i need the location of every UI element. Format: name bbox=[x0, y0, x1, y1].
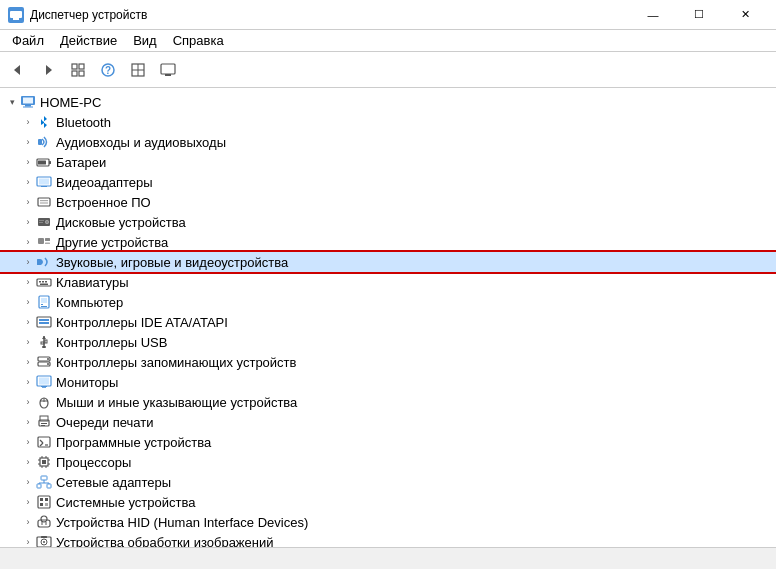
tree-item-computer[interactable]: › Компьютер bbox=[0, 292, 776, 312]
audio-expand-icon: › bbox=[20, 134, 36, 150]
tree-item-printer[interactable]: › Очереди печати bbox=[0, 412, 776, 432]
svg-marker-4 bbox=[46, 65, 52, 75]
svg-rect-43 bbox=[45, 281, 47, 283]
back-icon bbox=[10, 62, 26, 78]
menu-view[interactable]: Вид bbox=[125, 31, 165, 50]
close-button[interactable]: ✕ bbox=[722, 0, 768, 30]
mouse-icon bbox=[36, 394, 52, 410]
menu-action[interactable]: Действие bbox=[52, 31, 125, 50]
svg-rect-87 bbox=[37, 484, 41, 488]
program-icon bbox=[36, 434, 52, 450]
forward-icon bbox=[40, 62, 56, 78]
storage-icon bbox=[36, 354, 52, 370]
toolbar-forward-button[interactable] bbox=[34, 56, 62, 84]
tree-item-imaging[interactable]: › Устройства обработки изображений bbox=[0, 532, 776, 547]
tree-item-keyboard[interactable]: › Клавиатуры bbox=[0, 272, 776, 292]
tree-item-network[interactable]: › Сетевые адаптеры bbox=[0, 472, 776, 492]
builtin-icon bbox=[36, 194, 52, 210]
bluetooth-label: Bluetooth bbox=[56, 115, 111, 130]
svg-rect-8 bbox=[79, 71, 84, 76]
toolbar-grid-button[interactable] bbox=[64, 56, 92, 84]
printer-label: Очереди печати bbox=[56, 415, 154, 430]
menu-help[interactable]: Справка bbox=[165, 31, 232, 50]
svg-point-59 bbox=[47, 358, 49, 360]
tree-item-hid[interactable]: › Устройства HID (Human Interface Device… bbox=[0, 512, 776, 532]
sysdev-label: Системные устройства bbox=[56, 495, 195, 510]
status-bar bbox=[0, 547, 776, 569]
mouse-label: Мыши и иные указывающие устройства bbox=[56, 395, 297, 410]
toolbar-help-button[interactable]: ? bbox=[94, 56, 122, 84]
svg-rect-34 bbox=[39, 220, 44, 221]
hid-icon bbox=[36, 514, 52, 530]
svg-rect-7 bbox=[72, 71, 77, 76]
computer2-icon bbox=[36, 294, 52, 310]
audio-icon bbox=[36, 134, 52, 150]
tree-item-disk[interactable]: › Дисковые устройства bbox=[0, 212, 776, 232]
tree-item-bluetooth[interactable]: › Bluetooth bbox=[0, 112, 776, 132]
tree-item-other[interactable]: › Другие устройства bbox=[0, 232, 776, 252]
svg-rect-19 bbox=[23, 107, 33, 108]
svg-rect-22 bbox=[38, 161, 46, 165]
keyboard-icon bbox=[36, 274, 52, 290]
sysdev-expand-icon: › bbox=[20, 494, 36, 510]
menu-bar: Файл Действие Вид Справка bbox=[0, 30, 776, 52]
svg-rect-55 bbox=[45, 340, 47, 343]
device-tree[interactable]: ▾ HOME-PC › Bluetooth › bbox=[0, 88, 776, 547]
sound-label: Звуковые, игровые и видеоустройства bbox=[56, 255, 288, 270]
toolbar-monitor-button[interactable] bbox=[154, 56, 182, 84]
monitor-icon bbox=[160, 62, 176, 78]
monitor-expand-icon: › bbox=[20, 374, 36, 390]
maximize-button[interactable]: ☐ bbox=[676, 0, 722, 30]
svg-rect-38 bbox=[45, 243, 50, 245]
battery-expand-icon: › bbox=[20, 154, 36, 170]
svg-rect-2 bbox=[13, 18, 19, 20]
tree-root[interactable]: ▾ HOME-PC bbox=[0, 92, 776, 112]
disk-icon bbox=[36, 214, 52, 230]
root-label: HOME-PC bbox=[40, 95, 101, 110]
svg-point-60 bbox=[47, 363, 49, 365]
monitor-label: Мониторы bbox=[56, 375, 118, 390]
toolbar: ? bbox=[0, 52, 776, 88]
tree-item-mouse[interactable]: › Мыши и иные указывающие устройства bbox=[0, 392, 776, 412]
network-label: Сетевые адаптеры bbox=[56, 475, 171, 490]
computer-icon bbox=[20, 94, 36, 110]
svg-rect-35 bbox=[39, 222, 43, 223]
tree-item-builtin[interactable]: › Встроенное ПО bbox=[0, 192, 776, 212]
menu-file[interactable]: Файл bbox=[4, 31, 52, 50]
usb-icon bbox=[36, 334, 52, 350]
svg-rect-62 bbox=[39, 378, 49, 385]
tree-item-display[interactable]: › Видеоадаптеры bbox=[0, 172, 776, 192]
cpu-icon bbox=[36, 454, 52, 470]
tree-item-battery[interactable]: › Батареи bbox=[0, 152, 776, 172]
battery-label: Батареи bbox=[56, 155, 106, 170]
imaging-label: Устройства обработки изображений bbox=[56, 535, 274, 548]
grid-icon bbox=[70, 62, 86, 78]
svg-rect-105 bbox=[41, 536, 47, 538]
program-expand-icon: › bbox=[20, 434, 36, 450]
cpu-label: Процессоры bbox=[56, 455, 131, 470]
usb-expand-icon: › bbox=[20, 334, 36, 350]
svg-rect-36 bbox=[38, 238, 44, 244]
svg-rect-47 bbox=[41, 304, 43, 305]
tree-item-storage[interactable]: › Контроллеры запоминающих устройств bbox=[0, 352, 776, 372]
tree-item-sysdev[interactable]: › Системные устройства bbox=[0, 492, 776, 512]
svg-rect-56 bbox=[42, 346, 46, 348]
tree-item-monitor[interactable]: › Мониторы bbox=[0, 372, 776, 392]
svg-rect-46 bbox=[41, 298, 47, 303]
tree-item-audio[interactable]: › Аудиовходы и аудиовыходы bbox=[0, 132, 776, 152]
toolbar-scan-button[interactable] bbox=[124, 56, 152, 84]
tree-item-program[interactable]: › Программные устройства bbox=[0, 432, 776, 452]
svg-rect-71 bbox=[41, 425, 45, 426]
svg-rect-42 bbox=[42, 281, 44, 283]
tree-item-cpu[interactable]: › Процессоры bbox=[0, 452, 776, 472]
storage-label: Контроллеры запоминающих устройств bbox=[56, 355, 296, 370]
minimize-button[interactable]: — bbox=[630, 0, 676, 30]
imaging-icon bbox=[36, 534, 52, 547]
svg-rect-14 bbox=[161, 64, 175, 74]
svg-rect-50 bbox=[39, 319, 49, 321]
toolbar-back-button[interactable] bbox=[4, 56, 32, 84]
tree-item-usb[interactable]: › Контроллеры USB bbox=[0, 332, 776, 352]
svg-rect-6 bbox=[79, 64, 84, 69]
tree-item-sound[interactable]: › Звуковые, игровые и видеоустройства bbox=[0, 252, 776, 272]
tree-item-ide[interactable]: › Контроллеры IDE ATA/ATAPI bbox=[0, 312, 776, 332]
